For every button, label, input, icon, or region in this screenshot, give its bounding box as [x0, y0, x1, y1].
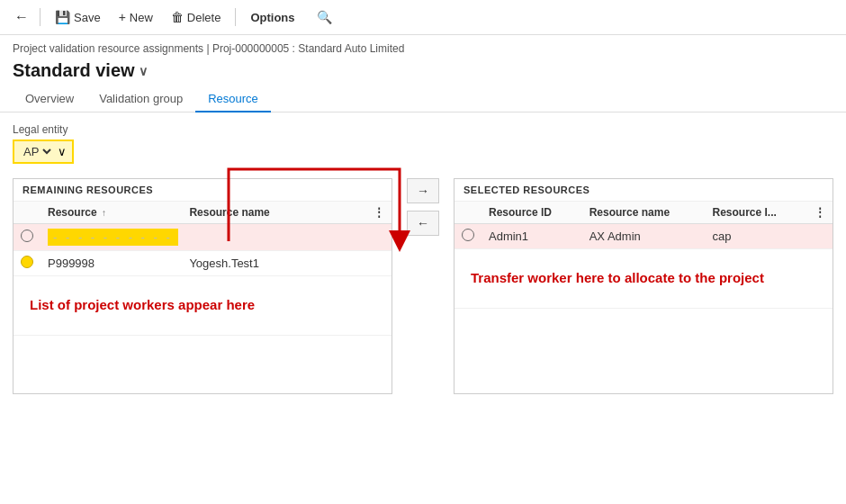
- transfer-backward-button[interactable]: ←: [407, 211, 439, 236]
- save-label: Save: [74, 11, 101, 24]
- new-button[interactable]: + New: [112, 6, 160, 28]
- transfer-forward-button[interactable]: →: [407, 178, 439, 203]
- breadcrumb-text: Project validation resource assignments …: [13, 42, 404, 55]
- tab-bar: Overview Validation group Resource: [0, 86, 846, 112]
- selected-col-menu[interactable]: ⋮: [807, 202, 832, 224]
- search-icon: 🔍: [317, 10, 332, 24]
- back-button[interactable]: ←: [11, 5, 32, 29]
- selected-resources-header: SELECTED RESOURCES: [454, 179, 832, 202]
- breadcrumb: Project validation resource assignments …: [0, 35, 846, 58]
- transfer-forward-icon: →: [417, 184, 429, 198]
- remaining-resources-header: REMAINING RESOURCES: [14, 179, 392, 202]
- remaining-annotation: List of project workers appear here: [21, 281, 384, 330]
- delete-icon: 🗑: [171, 10, 184, 24]
- new-label: New: [130, 11, 153, 24]
- page-title: Standard view ∨: [0, 58, 846, 86]
- sort-icon: ↑: [102, 208, 106, 218]
- legal-entity-chevron: ∨: [58, 145, 67, 158]
- table-row: List of project workers appear here: [14, 276, 392, 336]
- tab-resource[interactable]: Resource: [195, 86, 271, 112]
- toolbar: ← 💾 Save + New 🗑 Delete Options 🔍: [0, 0, 846, 35]
- row-menu-cell[interactable]: [366, 224, 392, 251]
- content-area: Legal entity AP ∨ REMAINING RESOURCES: [0, 112, 846, 405]
- resource-id-cell: P999998: [40, 251, 182, 276]
- remaining-resources-table: Resource ↑ Resource name ⋮: [14, 202, 392, 336]
- options-label: Options: [250, 11, 294, 24]
- remaining-table-header-row: Resource ↑ Resource name ⋮: [14, 202, 392, 224]
- tab-validation-group[interactable]: Validation group: [86, 86, 195, 112]
- save-button[interactable]: 💾 Save: [48, 6, 108, 28]
- table-row[interactable]: - - - - - - - - - -: [14, 224, 392, 251]
- selected-col-radio: [454, 202, 482, 224]
- transfer-backward-icon: ←: [417, 216, 429, 230]
- transfer-buttons: → ←: [392, 178, 454, 236]
- resource-name-cell: Yogesh.Test1: [182, 251, 366, 276]
- annotation-cell: List of project workers appear here: [14, 276, 392, 336]
- selected-col-extra[interactable]: Resource I...: [706, 202, 808, 224]
- toolbar-divider-2: [235, 8, 236, 26]
- selected-name-cell: AX Admin: [582, 224, 706, 249]
- radio-circle[interactable]: [462, 229, 474, 241]
- legal-entity-label: Legal entity: [13, 123, 833, 136]
- remaining-col-name[interactable]: Resource name: [182, 202, 366, 224]
- legal-entity-select-wrapper[interactable]: AP ∨: [13, 140, 74, 164]
- remaining-col-resource[interactable]: Resource ↑: [40, 202, 182, 224]
- search-button[interactable]: 🔍: [313, 6, 336, 28]
- save-icon: 💾: [55, 10, 70, 24]
- panels-container: REMAINING RESOURCES Resource ↑ Resource …: [13, 178, 833, 394]
- tab-overview[interactable]: Overview: [13, 86, 86, 112]
- toolbar-divider-1: [40, 8, 40, 26]
- options-button[interactable]: Options: [243, 7, 302, 28]
- row-radio-cell[interactable]: [454, 224, 482, 249]
- remaining-resources-panel: REMAINING RESOURCES Resource ↑ Resource …: [13, 178, 392, 394]
- row-menu-cell[interactable]: [366, 251, 392, 276]
- highlighted-resource-value: - - - - - - - - - -: [48, 229, 178, 246]
- annotation-cell: Transfer worker here to allocate to the …: [454, 249, 832, 309]
- highlighted-resource-cell: - - - - - - - - - -: [40, 224, 366, 251]
- page-title-text: Standard view: [13, 60, 135, 81]
- table-row[interactable]: Admin1 AX Admin cap: [454, 224, 832, 249]
- selected-table-header-row: Resource ID Resource name Resource I... …: [454, 202, 832, 224]
- row-menu-cell[interactable]: [807, 224, 832, 249]
- selected-resources-panel: SELECTED RESOURCES Resource ID Resource …: [454, 178, 833, 394]
- table-row: Transfer worker here to allocate to the …: [454, 249, 832, 309]
- table-row[interactable]: P999998 Yogesh.Test1: [14, 251, 392, 276]
- delete-button[interactable]: 🗑 Delete: [164, 6, 229, 28]
- remaining-col-menu[interactable]: ⋮: [366, 202, 392, 224]
- legal-entity-select[interactable]: AP: [20, 144, 54, 159]
- selected-annotation: Transfer worker here to allocate to the …: [462, 254, 825, 303]
- delete-label: Delete: [187, 11, 221, 24]
- panels-area: REMAINING RESOURCES Resource ↑ Resource …: [13, 178, 833, 394]
- selected-id-cell: Admin1: [482, 224, 582, 249]
- selected-resources-table: Resource ID Resource name Resource I... …: [454, 202, 832, 309]
- new-icon: +: [119, 10, 126, 24]
- radio-circle[interactable]: [21, 230, 33, 242]
- remaining-col-radio: [14, 202, 40, 224]
- selected-col-id[interactable]: Resource ID: [482, 202, 582, 224]
- selected-col-name[interactable]: Resource name: [582, 202, 706, 224]
- radio-circle[interactable]: [21, 256, 33, 268]
- page-title-chevron[interactable]: ∨: [139, 64, 148, 78]
- selected-extra-cell[interactable]: cap: [706, 224, 808, 249]
- row-radio-cell[interactable]: [14, 224, 40, 251]
- row-radio-cell[interactable]: [14, 251, 40, 276]
